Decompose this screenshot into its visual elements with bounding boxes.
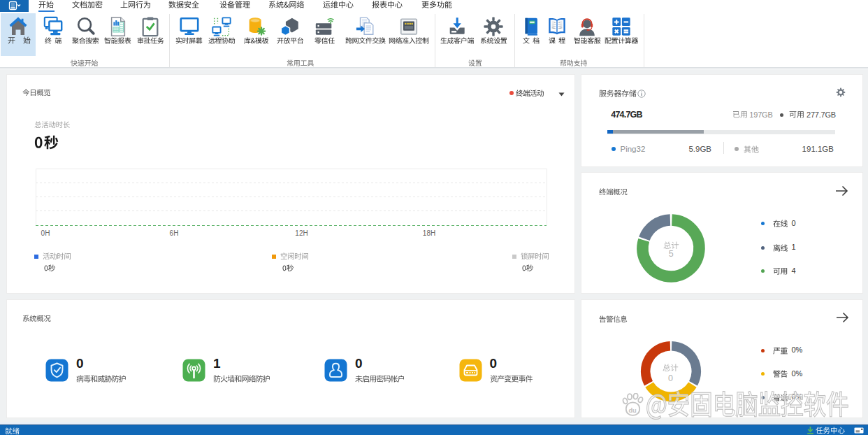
svg-text:du: du: [628, 407, 637, 414]
